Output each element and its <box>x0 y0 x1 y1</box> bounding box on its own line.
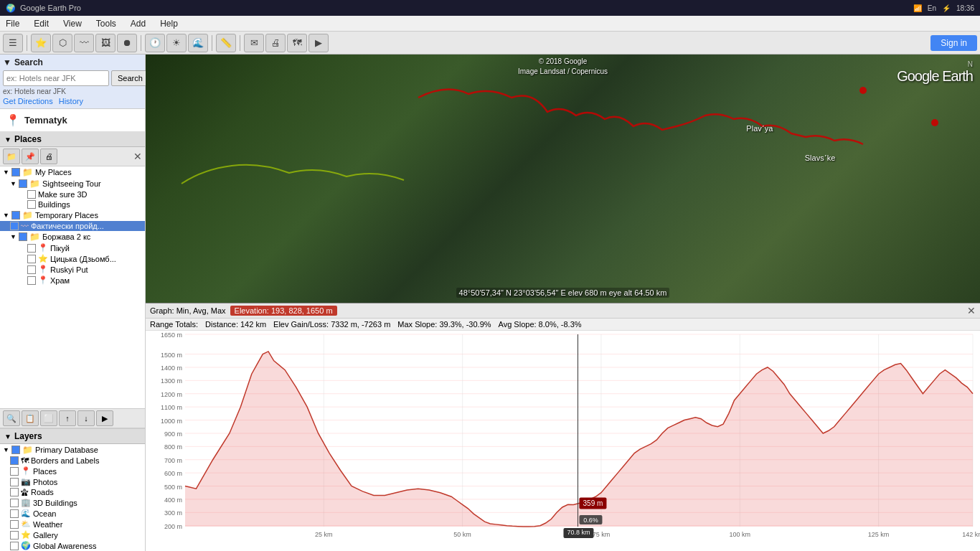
svg-text:900 m: 900 m <box>164 430 182 438</box>
layers-tree[interactable]: ▼ 📁 Primary Database 🗺 Borders and Label… <box>0 444 145 551</box>
menu-edit[interactable]: Edit <box>31 17 52 30</box>
layers-header[interactable]: ▼ Layers <box>0 429 145 444</box>
tb-google-maps[interactable]: 🗺 <box>287 34 307 52</box>
checkbox-sightseeing[interactable] <box>19 179 27 188</box>
checkbox-make-sure[interactable] <box>27 190 36 199</box>
layer-photos[interactable]: 📷 Photos <box>0 476 145 487</box>
checkbox-primary[interactable] <box>11 446 20 454</box>
menu-tools[interactable]: Tools <box>93 17 119 30</box>
places-action-2[interactable]: 📋 <box>22 410 39 426</box>
search-result[interactable]: 📍 Temnatyk <box>0 109 145 132</box>
checkbox-temporary[interactable] <box>11 211 20 220</box>
svg-text:500 m: 500 m <box>164 484 182 491</box>
tb-sunlight[interactable]: ☀ <box>166 34 187 52</box>
places-action-1[interactable]: 🔍 <box>3 410 20 426</box>
places-tb-print[interactable]: 🖨 <box>40 149 57 164</box>
tb-add-path[interactable]: 〰 <box>74 34 94 52</box>
places-tb-pin[interactable]: 📌 <box>22 149 39 164</box>
layer-places[interactable]: 📍 Places <box>0 466 145 476</box>
history-link[interactable]: History <box>59 97 83 105</box>
ocean-label: Ocean <box>33 509 56 518</box>
checkbox-gallery[interactable] <box>10 531 19 540</box>
tree-item-temporary[interactable]: ▼ 📁 Temporary Places <box>0 209 145 221</box>
tb-ocean[interactable]: 🌊 <box>188 34 208 52</box>
coords-bar: 48°50'57,34" N 23°03'56,54" E elev 680 m… <box>456 288 670 298</box>
title-bar: 🌍 Google Earth Pro 📶 En ⚡ 18:36 <box>0 0 980 16</box>
checkbox-tsytska[interactable] <box>27 255 36 263</box>
checkbox-route[interactable] <box>10 222 19 230</box>
expand-icon: ▼ <box>3 169 9 176</box>
places-tb-new-folder[interactable]: 📁 <box>3 149 20 164</box>
search-input[interactable] <box>3 70 109 86</box>
tree-item-borzava[interactable]: ▼ 📁 Боржава 2 кс <box>0 231 145 242</box>
tb-sidebar-toggle[interactable]: ☰ <box>3 34 23 52</box>
places-action-3[interactable]: ⬜ <box>40 410 57 426</box>
layer-3d-buildings[interactable]: 🏢 3D Buildings <box>0 497 145 508</box>
search-button[interactable]: Search <box>111 70 149 86</box>
tree-item-make-sure[interactable]: Make sure 3D <box>0 189 145 199</box>
menu-help[interactable]: Help <box>157 17 181 30</box>
checkbox-3d[interactable] <box>10 499 19 507</box>
menu-add[interactable]: Add <box>128 17 149 30</box>
tb-add-placemark[interactable]: ⭐ <box>31 34 51 52</box>
menu-file[interactable]: File <box>3 17 22 30</box>
tree-item-my-places[interactable]: ▼ 📁 My Places <box>0 166 145 178</box>
tree-item-khram[interactable]: 📍 Храм <box>0 275 145 286</box>
signin-button[interactable]: Sign in <box>930 35 977 51</box>
clock: 18:36 <box>956 4 974 12</box>
checkbox-borzava[interactable] <box>19 232 27 241</box>
tb-historical-imagery[interactable]: 🕐 <box>145 34 165 52</box>
places-action-down[interactable]: ↓ <box>77 410 95 426</box>
svg-text:1000 m: 1000 m <box>161 418 182 425</box>
checkbox-buildings[interactable] <box>27 200 36 209</box>
layer-ocean[interactable]: 🌊 Ocean <box>0 508 145 519</box>
svg-text:1100 m: 1100 m <box>161 404 182 411</box>
menu-view[interactable]: View <box>60 17 85 30</box>
tree-item-sightseeing[interactable]: ▼ 📁 Sightseeing Tour <box>0 178 145 189</box>
places-action-tour[interactable]: ▶ <box>96 410 113 426</box>
checkbox-global[interactable] <box>10 542 19 550</box>
checkbox-photos[interactable] <box>10 478 19 486</box>
tb-record-tour[interactable]: ⏺ <box>117 34 137 52</box>
tree-item-tsytska[interactable]: ⭐ Цицька (Дзьомб... <box>0 253 145 264</box>
bluetooth-icon: ⚡ <box>942 4 951 12</box>
tree-item-buildings[interactable]: Buildings <box>0 199 145 209</box>
checkbox-ocean[interactable] <box>10 509 19 518</box>
checkbox-roads[interactable] <box>10 488 19 496</box>
layer-borders[interactable]: 🗺 Borders and Labels <box>0 456 145 466</box>
tb-print[interactable]: 🖨 <box>265 34 286 52</box>
places-header[interactable]: ▼ Places <box>0 132 145 147</box>
layer-gallery[interactable]: ⭐ Gallery <box>0 529 145 540</box>
layer-global[interactable]: 🌍 Global Awareness <box>0 540 145 551</box>
checkbox-pikuy[interactable] <box>27 244 36 253</box>
checkbox-places[interactable] <box>10 467 19 476</box>
layer-weather[interactable]: ⛅ Weather <box>0 519 145 529</box>
tree-item-ruskyi[interactable]: 📍 Ruskyi Put <box>0 264 145 275</box>
svg-text:359 m: 359 m <box>583 499 603 507</box>
checkbox-khram[interactable] <box>27 276 36 285</box>
layer-primary-db[interactable]: ▼ 📁 Primary Database <box>0 444 145 456</box>
places-close-button[interactable]: ✕ <box>133 151 142 162</box>
tree-item-pikuy[interactable]: 📍 Пікуй <box>0 242 145 253</box>
checkbox-ruskyi[interactable] <box>27 265 36 274</box>
graph-canvas-area[interactable]: 200 m300 m400 m500 m600 m700 m800 m900 m… <box>146 331 980 542</box>
tree-item-route[interactable]: 〰 Фактически пройд... <box>0 221 145 231</box>
app-icon: 🌍 <box>6 4 16 13</box>
search-links: Get Directions History <box>3 97 142 105</box>
tb-add-overlay[interactable]: 🖼 <box>95 34 116 52</box>
tb-email[interactable]: ✉ <box>244 34 264 52</box>
places-action-up[interactable]: ↑ <box>59 410 76 426</box>
svg-text:700 m: 700 m <box>164 457 182 464</box>
tb-ruler[interactable]: 📏 <box>216 34 236 52</box>
elevation-graph: Graph: Min, Avg, Max Elevation: 193, 828… <box>146 303 980 551</box>
get-directions-link[interactable]: Get Directions <box>3 97 53 105</box>
checkbox-borders[interactable] <box>10 456 19 465</box>
tb-add-polygon[interactable]: ⬡ <box>52 34 72 52</box>
places-tree[interactable]: ▼ 📁 My Places ▼ 📁 Sightseeing Tour Make … <box>0 166 145 408</box>
checkbox-weather[interactable] <box>10 520 19 529</box>
graph-close-button[interactable]: ✕ <box>967 305 976 316</box>
checkbox-my-places[interactable] <box>11 168 20 176</box>
tb-tour[interactable]: ▶ <box>308 34 329 52</box>
map-area[interactable]: Plavʼya Slavsʼke © 2018 Google Image Lan… <box>146 55 980 551</box>
layer-roads[interactable]: 🛣 Roads <box>0 487 145 497</box>
